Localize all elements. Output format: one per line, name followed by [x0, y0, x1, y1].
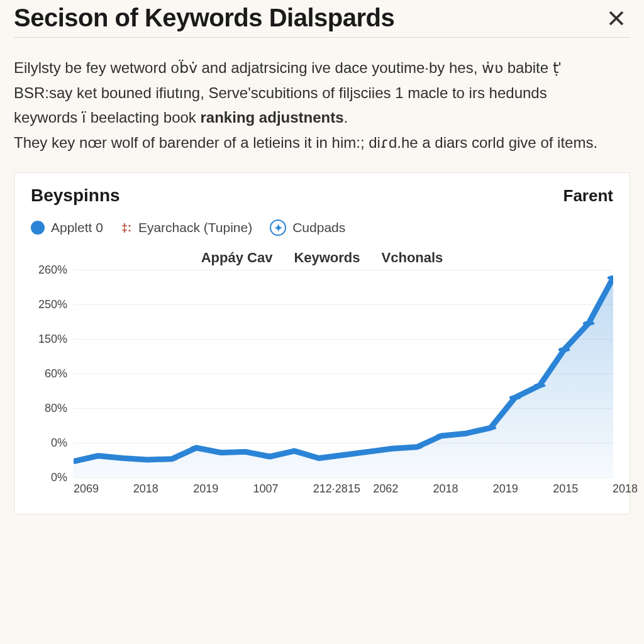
chart-area: 260%250%150%60%80%0%0% 20692018201910072…	[31, 270, 613, 502]
x-tick-label: 2069	[74, 482, 74, 496]
svg-point-3	[142, 458, 153, 462]
svg-point-9	[289, 449, 301, 453]
x-tick-label: 212·2815	[313, 482, 314, 496]
x-axis: 2069201820191007212·28152062201820192015…	[74, 477, 613, 502]
x-tick-label: 2018	[613, 482, 613, 496]
y-tick-label: 80%	[45, 402, 67, 415]
y-tick-label: 250%	[38, 298, 67, 311]
svg-point-2	[117, 456, 129, 460]
svg-point-12	[362, 450, 374, 454]
close-button[interactable]	[602, 4, 630, 32]
chart-tabs: Appáy Cav Keywords Vchonals	[31, 250, 613, 266]
svg-point-17	[485, 426, 497, 430]
x-tick-label: 2062	[373, 482, 374, 496]
svg-point-5	[191, 446, 203, 450]
svg-point-11	[338, 453, 350, 457]
svg-point-8	[264, 455, 276, 459]
svg-point-1	[92, 453, 104, 458]
svg-point-15	[436, 434, 448, 438]
x-tick-label: 2018	[433, 482, 433, 496]
x-tick-label: 2018	[133, 482, 134, 496]
svg-point-20	[558, 348, 570, 352]
y-tick-label: 0%	[51, 471, 67, 484]
description-text: Eilylsty be fey wetword ob̈v̇ and adjatr…	[14, 55, 618, 155]
chart-legend: Applett 0 ‡: Eyarchack (Tupine) ✦ Cudpad…	[31, 219, 613, 236]
tab-keywords[interactable]: Keywords	[294, 250, 360, 266]
svg-point-14	[411, 445, 423, 450]
svg-point-4	[166, 457, 178, 462]
svg-point-10	[313, 456, 325, 460]
chart-card: Beyspinns Farent Applett 0 ‡: Eyarchack …	[14, 172, 630, 514]
svg-point-16	[460, 431, 472, 436]
chart-title: Beyspinns	[31, 186, 120, 206]
svg-point-18	[509, 396, 521, 400]
svg-point-22	[608, 275, 613, 280]
legend-outline-icon: ✦	[270, 219, 286, 236]
legend-item-cudpads[interactable]: ✦ Cudpads	[270, 219, 345, 236]
chart-filter-label[interactable]: Farent	[564, 186, 613, 206]
y-axis: 260%250%150%60%80%0%0%	[31, 270, 74, 477]
y-tick-label: 260%	[38, 264, 67, 277]
x-tick-label: 2019	[493, 482, 494, 496]
x-tick-label: 1007	[253, 482, 253, 496]
legend-plus-icon: ‡:	[121, 222, 132, 233]
svg-point-21	[583, 321, 595, 326]
svg-point-19	[534, 384, 546, 388]
legend-item-eyarchack[interactable]: ‡: Eyarchack (Tupine)	[121, 220, 252, 235]
y-tick-label: 150%	[38, 333, 67, 346]
chart-plot	[74, 270, 613, 477]
y-tick-label: 60%	[45, 367, 67, 380]
x-tick-label: 2019	[193, 482, 194, 496]
x-tick-label: 2015	[553, 482, 553, 496]
close-icon	[607, 9, 626, 28]
page-title: Secison of Keywords Dialspards	[14, 4, 394, 32]
tab-appay-cav[interactable]: Appáy Cav	[201, 250, 273, 266]
svg-point-13	[387, 447, 399, 451]
y-tick-label: 0%	[51, 436, 67, 450]
legend-item-applett[interactable]: Applett 0	[31, 220, 103, 235]
legend-dot-icon	[31, 221, 45, 235]
svg-point-6	[215, 450, 227, 455]
tab-vchonals[interactable]: Vchonals	[382, 250, 443, 266]
svg-point-7	[240, 450, 252, 454]
